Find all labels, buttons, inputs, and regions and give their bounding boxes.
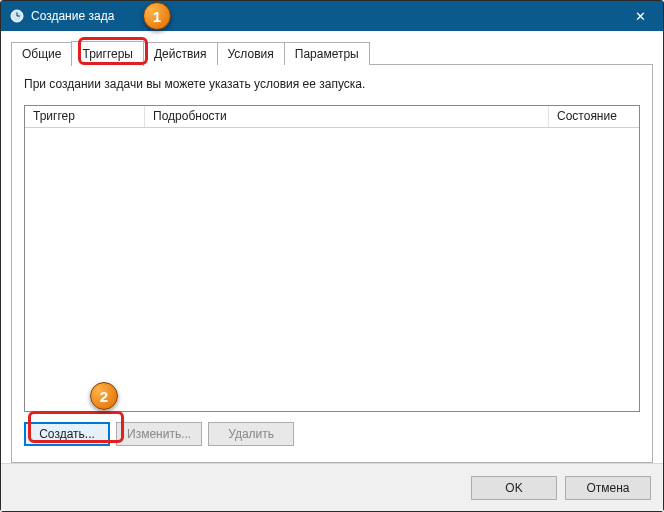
- delete-button: Удалить: [208, 422, 294, 446]
- listview-header: Триггер Подробности Состояние: [25, 106, 639, 128]
- scheduler-clock-icon: [9, 8, 25, 24]
- task-create-window: Создание зада ✕ Общие Триггеры Действия …: [0, 0, 664, 512]
- titlebar: Создание зада ✕: [1, 1, 663, 31]
- window-title: Создание зада: [31, 9, 114, 23]
- tab-triggers[interactable]: Триггеры: [71, 41, 144, 66]
- panel-description: При создании задачи вы можете указать ус…: [24, 77, 640, 91]
- tab-settings[interactable]: Параметры: [284, 42, 370, 65]
- column-trigger[interactable]: Триггер: [25, 106, 145, 127]
- tab-actions[interactable]: Действия: [143, 42, 218, 65]
- edit-button: Изменить...: [116, 422, 202, 446]
- tab-strip: Общие Триггеры Действия Условия Параметр…: [11, 41, 653, 65]
- close-button[interactable]: ✕: [617, 1, 663, 31]
- tab-general[interactable]: Общие: [11, 42, 72, 65]
- create-button[interactable]: Создать...: [24, 422, 110, 446]
- annotation-step-1: 1: [143, 2, 171, 30]
- dialog-footer: OK Отмена: [1, 463, 663, 511]
- panel-button-row: Создать... Изменить... Удалить: [24, 422, 640, 450]
- listview-body[interactable]: [25, 128, 639, 411]
- triggers-listview[interactable]: Триггер Подробности Состояние: [24, 105, 640, 412]
- column-details[interactable]: Подробности: [145, 106, 549, 127]
- cancel-button[interactable]: Отмена: [565, 476, 651, 500]
- tab-conditions[interactable]: Условия: [217, 42, 285, 65]
- column-state[interactable]: Состояние: [549, 106, 639, 127]
- annotation-step-2: 2: [90, 382, 118, 410]
- close-icon: ✕: [635, 9, 646, 24]
- ok-button[interactable]: OK: [471, 476, 557, 500]
